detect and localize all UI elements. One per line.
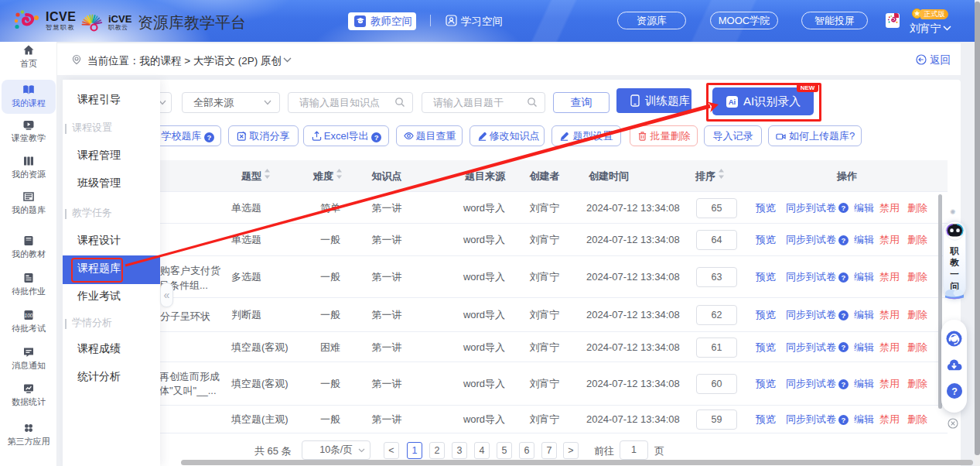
svg-text:100: 100 — [25, 313, 33, 318]
svg-text:?: ? — [951, 386, 958, 397]
